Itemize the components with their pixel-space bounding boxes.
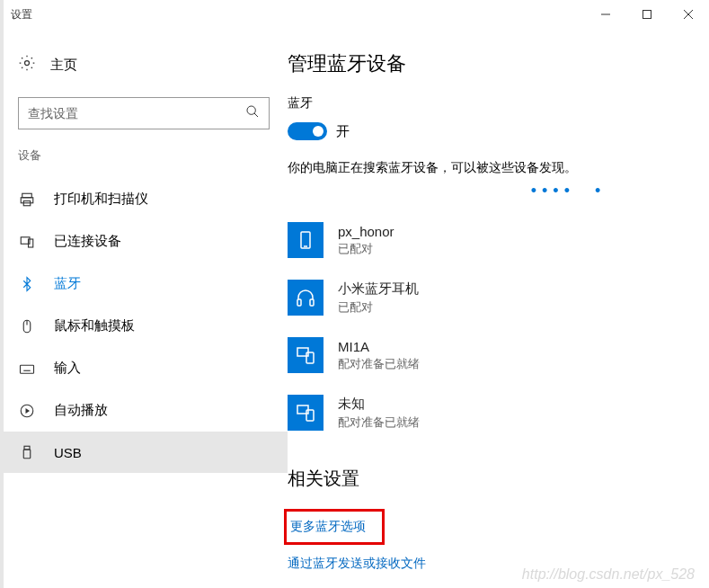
close-icon bbox=[684, 10, 693, 19]
svg-rect-14 bbox=[21, 365, 34, 373]
home-label: 主页 bbox=[50, 57, 77, 74]
autoplay-icon bbox=[18, 403, 36, 419]
device-name: 未知 bbox=[338, 396, 420, 413]
svg-marker-21 bbox=[26, 408, 31, 414]
svg-rect-8 bbox=[21, 197, 33, 202]
minimize-icon bbox=[601, 10, 610, 19]
related-heading: 相关设置 bbox=[288, 467, 687, 491]
bluetooth-label: 蓝牙 bbox=[288, 95, 687, 111]
maximize-icon bbox=[643, 10, 651, 19]
maximize-button[interactable] bbox=[626, 0, 668, 29]
phone-pc-icon bbox=[288, 337, 323, 373]
svg-rect-23 bbox=[23, 450, 31, 459]
svg-point-4 bbox=[25, 61, 30, 66]
usb-icon bbox=[18, 444, 36, 460]
svg-point-5 bbox=[247, 106, 255, 114]
toggle-state-label: 开 bbox=[336, 123, 350, 140]
window-controls bbox=[585, 0, 709, 29]
sidebar-item-label: USB bbox=[54, 445, 82, 460]
main-container: 主页 设备 打印机和扫描仪 已连接设备 蓝牙 鼠标和 bbox=[0, 29, 709, 588]
sidebar: 主页 设备 打印机和扫描仪 已连接设备 蓝牙 鼠标和 bbox=[0, 29, 288, 588]
toggle-knob bbox=[313, 126, 323, 137]
svg-rect-1 bbox=[643, 11, 651, 19]
mouse-icon bbox=[18, 318, 36, 334]
device-item[interactable]: MI1A 配对准备已就绪 bbox=[288, 330, 687, 380]
device-name: px_honor bbox=[338, 224, 394, 239]
sidebar-item-label: 蓝牙 bbox=[54, 275, 81, 292]
sidebar-item-label: 打印机和扫描仪 bbox=[54, 191, 148, 208]
device-list: px_honor 已配对 小米蓝牙耳机 已配对 MI1A 配对准备已就绪 bbox=[288, 215, 687, 438]
svg-rect-27 bbox=[310, 299, 314, 306]
page-heading: 管理蓝牙设备 bbox=[288, 50, 687, 77]
sidebar-item-label: 鼠标和触摸板 bbox=[54, 317, 135, 334]
keyboard-icon bbox=[18, 361, 36, 377]
search-status: 你的电脑正在搜索蓝牙设备，可以被这些设备发现。 bbox=[288, 160, 687, 176]
sidebar-item-bluetooth[interactable]: 蓝牙 bbox=[0, 263, 288, 305]
window-title: 设置 bbox=[11, 7, 32, 22]
headset-icon bbox=[288, 280, 323, 316]
link-more-bt-options[interactable]: 更多蓝牙选项 bbox=[284, 509, 385, 545]
printer-icon bbox=[18, 192, 36, 208]
sidebar-item-mouse[interactable]: 鼠标和触摸板 bbox=[0, 305, 288, 347]
device-status: 已配对 bbox=[338, 241, 394, 257]
phone-icon bbox=[288, 222, 323, 258]
device-item[interactable]: px_honor 已配对 bbox=[288, 215, 687, 265]
content-pane: 管理蓝牙设备 蓝牙 开 你的电脑正在搜索蓝牙设备，可以被这些设备发现。 ••••… bbox=[288, 29, 709, 588]
device-status: 已配对 bbox=[338, 299, 419, 316]
sidebar-item-printers[interactable]: 打印机和扫描仪 bbox=[0, 178, 288, 220]
svg-rect-11 bbox=[29, 239, 33, 247]
svg-rect-26 bbox=[297, 299, 301, 306]
gear-icon bbox=[18, 54, 36, 76]
window-left-border bbox=[0, 0, 4, 588]
titlebar: 设置 bbox=[0, 0, 709, 29]
search-box[interactable] bbox=[18, 97, 270, 129]
bluetooth-toggle[interactable] bbox=[288, 122, 327, 140]
bluetooth-icon bbox=[18, 276, 36, 292]
svg-line-6 bbox=[254, 113, 258, 117]
sidebar-item-connected[interactable]: 已连接设备 bbox=[0, 220, 288, 263]
device-item[interactable]: 未知 配对准备已就绪 bbox=[288, 388, 687, 438]
svg-rect-31 bbox=[306, 410, 314, 421]
sidebar-item-usb[interactable]: USB bbox=[0, 432, 288, 473]
svg-rect-29 bbox=[306, 352, 314, 363]
home-nav[interactable]: 主页 bbox=[0, 47, 288, 83]
sidebar-item-autoplay[interactable]: 自动播放 bbox=[0, 389, 288, 432]
device-name: 小米蓝牙耳机 bbox=[338, 281, 419, 298]
device-name: MI1A bbox=[338, 339, 420, 354]
device-status: 配对准备已就绪 bbox=[338, 414, 420, 431]
device-status: 配对准备已就绪 bbox=[338, 356, 420, 372]
device-item[interactable]: 小米蓝牙耳机 已配对 bbox=[288, 272, 687, 323]
sidebar-item-label: 输入 bbox=[54, 360, 81, 377]
minimize-button[interactable] bbox=[585, 0, 626, 29]
svg-rect-7 bbox=[22, 193, 32, 198]
sidebar-item-typing[interactable]: 输入 bbox=[0, 347, 288, 389]
device-icon bbox=[18, 234, 36, 250]
nav-list: 打印机和扫描仪 已连接设备 蓝牙 鼠标和触摸板 输入 自动播放 bbox=[0, 178, 288, 473]
search-icon bbox=[245, 104, 260, 122]
close-button[interactable] bbox=[668, 0, 709, 29]
sidebar-item-label: 已连接设备 bbox=[54, 233, 121, 250]
sidebar-category: 设备 bbox=[0, 147, 288, 164]
watermark: http://blog.csdn.net/px_528 bbox=[522, 566, 695, 583]
phone-pc-icon bbox=[288, 395, 323, 431]
search-input[interactable] bbox=[28, 106, 245, 120]
loading-indicator: •••• • bbox=[288, 176, 687, 215]
sidebar-item-label: 自动播放 bbox=[54, 402, 108, 419]
